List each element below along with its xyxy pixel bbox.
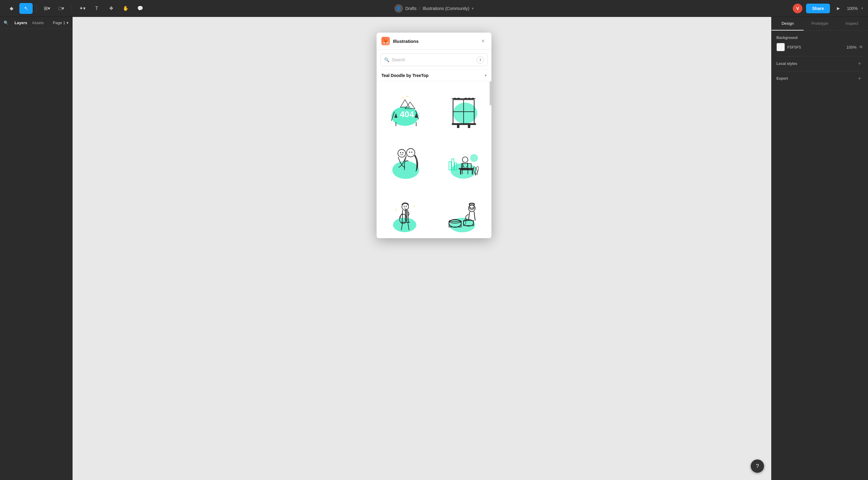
svg-point-42 [402, 203, 409, 210]
toolbar: ◆ ↖ ⊞▾ □▾ ✦▾ T ❖ ✋ 💬 👤 Drafts / Illustra… [0, 0, 868, 17]
svg-rect-61 [470, 204, 474, 209]
tool-move[interactable]: ◆ [5, 3, 18, 14]
tool-components[interactable]: ❖ [104, 3, 118, 14]
tool-group-draw: ✦▾ T ❖ ✋ 💬 [75, 3, 147, 14]
share-button[interactable]: Share [806, 4, 830, 13]
visibility-icon[interactable]: 👁 [859, 45, 863, 49]
info-button[interactable]: ℹ [476, 56, 484, 63]
collection-header[interactable]: Teal Doodle by TreeTop ▾ [377, 70, 491, 81]
left-sidebar: 🔍 Layers Assets Page 1 ▾ [0, 17, 72, 480]
export-row: Export + [776, 71, 863, 86]
svg-point-65 [470, 207, 471, 208]
toolbar-center: 👤 Drafts / Illustrations (Community) ▾ [395, 4, 473, 13]
plugin-icon: 🦊 [381, 37, 390, 45]
background-color-hex[interactable]: F5F5F5 [787, 45, 844, 49]
zoom-chevron-icon[interactable]: ▾ [861, 6, 863, 10]
tool-pen[interactable]: ✦▾ [75, 3, 89, 14]
svg-point-41 [393, 218, 416, 232]
svg-text:♪: ♪ [413, 203, 415, 208]
search-input[interactable] [392, 57, 474, 62]
illustration-work [443, 145, 479, 181]
svg-rect-30 [460, 169, 473, 170]
plugin-header: 🦊 Illustrations × [377, 33, 491, 50]
search-icon: 🔍 [384, 57, 389, 62]
svg-point-53 [406, 206, 406, 206]
design-panel: Background F5F5F5 100% 👁 Local styles + … [772, 31, 868, 91]
scrollbar-thumb[interactable] [490, 81, 491, 105]
plugin-modal: 🦊 Illustrations × 🔍 ℹ Teal Doodle by Tre… [377, 33, 491, 238]
sidebar-tab-bar: 🔍 Layers Assets Page 1 ▾ [0, 17, 72, 29]
svg-point-52 [404, 206, 405, 206]
zoom-indicator[interactable]: 100% [847, 6, 858, 11]
svg-rect-16 [457, 125, 459, 128]
tool-hand[interactable]: ✋ [119, 3, 132, 14]
illustration-chef [443, 198, 479, 234]
svg-marker-4 [400, 100, 409, 107]
illustration-card-guitar[interactable]: ♪ ♪ [379, 189, 434, 238]
plugin-search-bar: 🔍 ℹ [380, 54, 488, 66]
background-row: F5F5F5 100% 👁 [776, 43, 863, 51]
illustration-card-chef[interactable] [434, 189, 489, 238]
svg-point-22 [402, 152, 403, 153]
illustration-couple [389, 145, 425, 181]
tab-assets[interactable]: Assets [32, 19, 44, 26]
right-tab-bar: Design Prototype Inspect [772, 17, 868, 31]
local-styles-row: Local styles + [776, 56, 863, 71]
svg-point-31 [462, 157, 468, 162]
plugin-close-button[interactable]: × [479, 37, 487, 45]
breadcrumb-separator: / [419, 6, 420, 11]
tool-text[interactable]: T [90, 3, 103, 14]
svg-point-23 [409, 151, 410, 153]
background-section-label: Background [776, 36, 863, 40]
scrollbar-track[interactable] [490, 81, 491, 238]
background-color-swatch[interactable] [776, 43, 785, 51]
svg-point-19 [398, 149, 406, 157]
collection-name: Teal Doodle by TreeTop [381, 73, 485, 78]
svg-rect-17 [468, 125, 470, 128]
tool-cursor[interactable]: ↖ [19, 3, 33, 14]
breadcrumb-project[interactable]: Illustrations (Community) [423, 6, 469, 11]
export-add-button[interactable]: + [856, 75, 863, 82]
illustration-card-work[interactable] [434, 136, 489, 189]
plugin-title: Illustrations [393, 39, 476, 44]
illustration-card-404[interactable]: 404 [379, 83, 434, 136]
tab-inspect[interactable]: Inspect [836, 17, 868, 31]
illustration-guitar: ♪ ♪ [389, 198, 425, 234]
user-avatar: V [793, 4, 802, 13]
tab-design[interactable]: Design [772, 17, 804, 31]
svg-point-21 [400, 152, 401, 153]
svg-rect-34 [449, 162, 451, 170]
tool-frame[interactable]: ⊞▾ [40, 3, 54, 14]
toolbar-right: V Share ▶ 100% ▾ [793, 4, 863, 13]
divider-1 [36, 5, 37, 12]
tool-shape[interactable]: □▾ [55, 3, 68, 14]
svg-point-18 [392, 161, 419, 179]
illustration-card-couple[interactable] [379, 136, 434, 189]
tool-group-frame: ⊞▾ □▾ [40, 3, 68, 14]
collection-chevron-icon: ▾ [485, 73, 487, 77]
search-icon[interactable]: 🔍 [4, 21, 8, 25]
illustrations-container: 404 [377, 81, 491, 238]
background-opacity[interactable]: 100% [846, 45, 857, 49]
play-button[interactable]: ▶ [834, 4, 843, 13]
illustrations-grid: 404 [377, 81, 491, 238]
illustration-card-window[interactable] [434, 83, 489, 136]
page-selector[interactable]: Page 1 ▾ [53, 21, 69, 25]
breadcrumb-file[interactable]: Drafts [405, 6, 416, 11]
svg-rect-15 [452, 123, 476, 125]
tab-layers[interactable]: Layers [14, 19, 27, 26]
illustration-window [443, 92, 479, 128]
illustration-404: 404 [389, 92, 425, 128]
svg-text:♪: ♪ [395, 207, 397, 211]
svg-point-24 [411, 151, 412, 153]
svg-point-20 [406, 148, 415, 157]
tab-prototype[interactable]: Prototype [804, 17, 836, 31]
svg-point-37 [470, 154, 478, 162]
local-styles-add-button[interactable]: + [856, 60, 863, 67]
help-button[interactable]: ? [751, 459, 764, 473]
tool-group-main: ◆ ↖ [5, 3, 33, 14]
chevron-down-icon[interactable]: ▾ [472, 6, 473, 10]
page-chevron-icon: ▾ [66, 21, 69, 25]
tool-comment[interactable]: 💬 [133, 3, 147, 14]
svg-point-66 [472, 207, 473, 208]
